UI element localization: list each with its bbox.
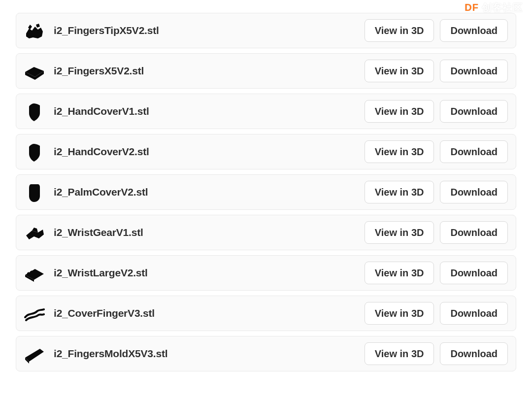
file-thumbnail-icon: [23, 20, 45, 41]
download-button[interactable]: Download: [440, 262, 508, 284]
file-row-left: i2_HandCoverV1.stl: [23, 100, 149, 122]
file-thumbnail-icon: [23, 302, 45, 324]
file-thumbnail-icon: [23, 60, 45, 82]
file-actions: View in 3DDownload: [365, 262, 508, 284]
file-name: i2_WristGearV1.stl: [54, 227, 143, 238]
download-button[interactable]: Download: [440, 140, 508, 163]
file-actions: View in 3DDownload: [365, 181, 508, 203]
file-actions: View in 3DDownload: [365, 342, 508, 365]
view-in-3d-button[interactable]: View in 3D: [365, 19, 434, 42]
file-actions: View in 3DDownload: [365, 140, 508, 163]
file-row-left: i2_HandCoverV2.stl: [23, 141, 149, 163]
file-row: i2_WristLargeV2.stlView in 3DDownload: [16, 255, 516, 291]
file-row-left: i2_WristLargeV2.stl: [23, 262, 148, 284]
view-in-3d-button[interactable]: View in 3D: [365, 60, 434, 82]
file-name: i2_CoverFingerV3.stl: [54, 307, 155, 319]
download-button[interactable]: Download: [440, 342, 508, 365]
svg-rect-2: [452, 6, 460, 12]
file-row-left: i2_CoverFingerV3.stl: [23, 302, 155, 324]
view-in-3d-button[interactable]: View in 3D: [365, 221, 434, 244]
view-in-3d-button[interactable]: View in 3D: [365, 302, 434, 325]
watermark-df: DF: [465, 2, 479, 13]
file-row: i2_HandCoverV2.stlView in 3DDownload: [16, 134, 516, 169]
file-row: i2_CoverFingerV3.stlView in 3DDownload: [16, 296, 516, 331]
file-row: i2_HandCoverV1.stlView in 3DDownload: [16, 94, 516, 129]
file-name: i2_FingersX5V2.stl: [54, 65, 144, 77]
file-actions: View in 3DDownload: [365, 19, 508, 42]
view-in-3d-button[interactable]: View in 3D: [365, 262, 434, 284]
file-thumbnail-icon: [23, 141, 45, 163]
file-actions: View in 3DDownload: [365, 302, 508, 325]
view-in-3d-button[interactable]: View in 3D: [365, 181, 434, 203]
file-thumbnail-icon: [23, 262, 45, 284]
file-list: i2_FingersTipX5V2.stlView in 3DDownloadi…: [16, 13, 516, 371]
file-name: i2_HandCoverV1.stl: [54, 105, 149, 117]
view-in-3d-button[interactable]: View in 3D: [365, 100, 434, 123]
file-thumbnail-icon: [23, 222, 45, 243]
download-button[interactable]: Download: [440, 181, 508, 203]
svg-rect-4: [461, 8, 462, 11]
svg-rect-1: [456, 4, 457, 6]
page: DF 创客社区 i2_FingersTipX5V2.stlView in 3DD…: [0, 0, 532, 400]
file-thumbnail-icon: [23, 100, 45, 122]
file-name: i2_PalmCoverV2.stl: [54, 186, 148, 198]
download-button[interactable]: Download: [440, 60, 508, 82]
file-actions: View in 3DDownload: [365, 221, 508, 244]
file-name: i2_FingersTipX5V2.stl: [54, 25, 159, 36]
svg-rect-3: [450, 8, 452, 11]
robot-icon: [450, 2, 463, 13]
file-row: i2_WristGearV1.stlView in 3DDownload: [16, 215, 516, 250]
file-row: i2_FingersX5V2.stlView in 3DDownload: [16, 53, 516, 89]
file-name: i2_WristLargeV2.stl: [54, 267, 148, 279]
watermark-text: 创客社区: [482, 1, 523, 14]
file-actions: View in 3DDownload: [365, 60, 508, 82]
view-in-3d-button[interactable]: View in 3D: [365, 342, 434, 365]
file-thumbnail-icon: [23, 343, 45, 365]
file-row: i2_PalmCoverV2.stlView in 3DDownload: [16, 174, 516, 210]
file-name: i2_FingersMoldX5V3.stl: [54, 348, 167, 360]
file-actions: View in 3DDownload: [365, 100, 508, 123]
download-button[interactable]: Download: [440, 100, 508, 123]
download-button[interactable]: Download: [440, 302, 508, 325]
file-row-left: i2_WristGearV1.stl: [23, 222, 143, 243]
watermark: DF 创客社区: [450, 1, 523, 14]
file-row-left: i2_FingersTipX5V2.stl: [23, 20, 159, 41]
file-row: i2_FingersTipX5V2.stlView in 3DDownload: [16, 13, 516, 48]
file-row-left: i2_PalmCoverV2.stl: [23, 181, 148, 203]
view-in-3d-button[interactable]: View in 3D: [365, 140, 434, 163]
download-button[interactable]: Download: [440, 221, 508, 244]
file-name: i2_HandCoverV2.stl: [54, 146, 149, 158]
file-row-left: i2_FingersX5V2.stl: [23, 60, 144, 82]
download-button[interactable]: Download: [440, 19, 508, 42]
file-thumbnail-icon: [23, 181, 45, 203]
file-row-left: i2_FingersMoldX5V3.stl: [23, 343, 167, 365]
file-row: i2_FingersMoldX5V3.stlView in 3DDownload: [16, 336, 516, 371]
